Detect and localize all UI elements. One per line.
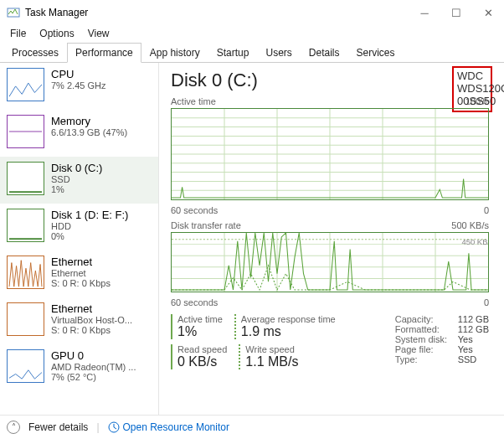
sidebar-item-title: Disk 0 (C:) [51,162,102,174]
footer: ˄ Fewer details | Open Resource Monitor [0,415,504,438]
sidebar-item-title: Ethernet [51,302,132,315]
chevron-up-icon[interactable]: ˄ [7,421,20,434]
sidebar: CPU 7% 2.45 GHz Memory 6.6/13.9 GB (47%)… [0,63,159,415]
highlight-box: WDC WDS120G1G0A-00SS50 [452,66,492,112]
sidebar-item-sub: VirtualBox Host-O... [51,315,132,325]
tab-app-history[interactable]: App history [141,43,208,63]
menubar: File Options View [0,25,504,42]
sidebar-item-1[interactable]: Memory 6.6/13.9 GB (47%) [0,110,158,157]
active-time-graph [171,108,489,200]
tab-startup[interactable]: Startup [208,43,258,63]
tab-users[interactable]: Users [257,43,300,63]
stat-active-time: Active time 1% [171,314,223,339]
zero-1: 0 [484,205,489,215]
resource-monitor-link[interactable]: Open Resource Monitor [108,421,229,433]
app-icon [7,6,20,19]
sidebar-item-sub: SSD [51,174,102,184]
active-time-label: Active time [171,96,216,106]
sidebar-item-title: GPU 0 [51,349,136,362]
monitor-icon [108,421,120,433]
stat-write-speed: Write speed 1.1 MB/s [239,344,298,369]
tab-performance[interactable]: Performance [67,43,141,63]
menu-options[interactable]: Options [34,26,79,41]
sidebar-item-sub: 7% 2.45 GHz [51,80,105,90]
sidebar-item-title: Ethernet [51,256,111,268]
maximize-button[interactable]: ☐ [440,1,472,24]
timeline-1: 60 seconds [171,205,218,215]
disk-title: Disk 0 (C:) [171,70,258,91]
sidebar-item-5[interactable]: Ethernet VirtualBox Host-O... S: 0 R: 0 … [0,297,158,344]
svg-text:450 KB/s: 450 KB/s [462,238,489,246]
close-button[interactable]: ✕ [472,1,504,24]
sidebar-item-3[interactable]: Disk 1 (D: E: F:) HDD 0% [0,204,158,250]
tab-processes[interactable]: Processes [3,43,67,63]
stat-read-speed: Read speed 0 KB/s [171,344,227,369]
sidebar-item-0[interactable]: CPU 7% 2.45 GHz [0,63,158,110]
sidebar-item-title: Disk 1 (D: E: F:) [51,209,128,221]
sidebar-item-4[interactable]: Ethernet Ethernet S: 0 R: 0 Kbps [0,250,158,297]
stat-avg-response: Average response time 1.9 ms [234,314,336,339]
svg-rect-3 [9,238,42,240]
tab-services[interactable]: Services [348,43,404,63]
sidebar-item-sub: AMD Radeon(TM) ... [51,362,136,372]
tabs: Processes Performance App history Startu… [0,42,504,63]
sidebar-item-title: Memory [51,115,127,127]
fewer-details-link[interactable]: Fewer details [28,421,88,433]
sidebar-item-sub: Ethernet [51,268,111,278]
minimize-button[interactable]: ─ [409,1,440,24]
disk-properties: Capacity:112 GB Formatted:112 GB System … [395,314,489,369]
zero-2: 0 [484,297,489,307]
sidebar-item-2[interactable]: Disk 0 (C:) SSD 1% [0,157,158,204]
sidebar-item-sub: HDD [51,221,128,231]
timeline-2: 60 seconds [171,297,218,307]
sidebar-item-title: CPU [51,68,105,80]
menu-file[interactable]: File [5,26,31,41]
menu-view[interactable]: View [83,26,115,41]
tab-details[interactable]: Details [301,43,348,63]
svg-rect-2 [9,191,42,193]
transfer-graph: 450 KB/s [171,232,489,292]
content: Disk 0 (C:) WDC WDS120G1G0A-00SS50 Activ… [159,63,504,415]
disk-model: WDC WDS120G1G0A-00SS50 [457,70,504,107]
sidebar-item-sub: 6.6/13.9 GB (47%) [51,127,127,137]
sidebar-item-6[interactable]: GPU 0 AMD Radeon(TM) ... 7% (52 °C) [0,344,158,391]
window-title: Task Manager [25,7,88,18]
transfer-label: Disk transfer rate [171,220,241,230]
titlebar: Task Manager ─ ☐ ✕ [0,0,504,25]
transfer-max: 500 KB/s [451,220,489,230]
